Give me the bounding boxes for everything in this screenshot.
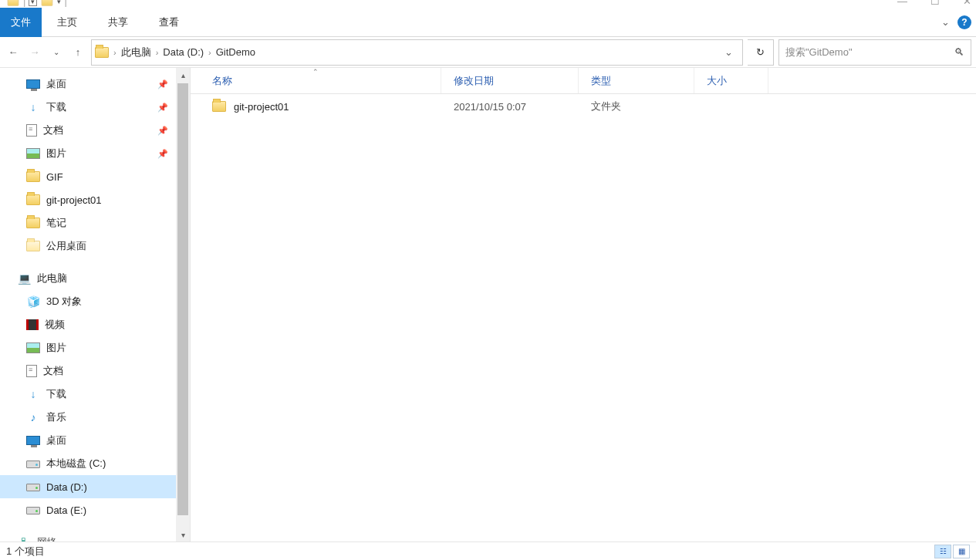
file-date: 2021/10/15 0:07 (441, 101, 579, 113)
search-placeholder: 搜索"GitDemo" (785, 46, 954, 59)
folder-icon (26, 194, 40, 205)
document-icon (26, 124, 37, 137)
ribbon-bar: 文件 主页 共享 查看 ⌄ ? (0, 8, 976, 37)
folder-icon (26, 171, 40, 182)
status-bar: 1 个项目 ☷ ▦ (0, 541, 976, 560)
minimize-button[interactable]: — (897, 0, 907, 7)
back-button[interactable]: ← (5, 44, 22, 61)
details-view-button[interactable]: ☷ (934, 545, 951, 558)
ribbon-tab-share[interactable]: 共享 (93, 9, 144, 35)
window-title: GitDemo (99, 0, 138, 2)
column-size[interactable]: 大小 (694, 68, 768, 93)
scroll-down-icon[interactable]: ▾ (176, 528, 190, 541)
help-icon[interactable]: ? (957, 15, 971, 29)
sidebar-item-label: 桌面 (46, 433, 66, 447)
refresh-button[interactable]: ↻ (748, 39, 774, 66)
column-date[interactable]: 修改日期 (441, 68, 579, 93)
sidebar-item[interactable]: Data (D:) (0, 475, 176, 498)
forward-button[interactable]: → (26, 44, 43, 61)
pin-icon: 📌 (157, 126, 168, 136)
ribbon-tab-view[interactable]: 查看 (144, 9, 194, 35)
sort-ascending-icon: ⌃ (312, 68, 319, 76)
sidebar-network[interactable]: 🖧网络 (0, 531, 176, 541)
icons-view-button[interactable]: ▦ (953, 545, 970, 558)
sidebar-item[interactable]: 桌面📌 (0, 73, 176, 96)
sidebar-item-label: git-project01 (46, 194, 102, 206)
close-button[interactable]: ✕ (963, 0, 971, 7)
ribbon-tab-home[interactable]: 主页 (42, 9, 93, 35)
sidebar-item[interactable]: ♪音乐 (0, 406, 176, 429)
sidebar: 桌面📌↓下载📌文档📌图片📌GIFgit-project01笔记公用桌面💻此电脑🧊… (0, 68, 191, 541)
chevron-right-icon[interactable]: › (207, 48, 213, 57)
separator-icon: | (23, 0, 25, 7)
sidebar-item[interactable]: GIF (0, 165, 176, 188)
column-name[interactable]: 名称 ⌃ (191, 68, 441, 93)
scroll-up-icon[interactable]: ▴ (176, 68, 190, 82)
drive-icon (26, 460, 40, 468)
navigation-bar: ← → ⌄ ↑ › 此电脑 › Data (D:) › GitDemo ⌄ ↻ … (0, 37, 976, 68)
quick-access-toolbar: | ▾ ▾ | GitDemo (6, 0, 67, 7)
recent-dropdown-icon[interactable]: ⌄ (48, 44, 65, 61)
pin-icon: 📌 (157, 149, 168, 159)
sidebar-item-label: Data (D:) (46, 481, 87, 493)
ribbon-collapse-icon[interactable]: ⌄ (941, 16, 950, 28)
address-bar[interactable]: › 此电脑 › Data (D:) › GitDemo ⌄ (91, 39, 743, 66)
sidebar-item[interactable]: 图片📌 (0, 142, 176, 165)
sidebar-item-label: Data (E:) (46, 504, 86, 516)
sidebar-item[interactable]: 公用桌面 (0, 234, 176, 258)
sidebar-item-label: GIF (46, 171, 63, 183)
sidebar-item-label: 网络 (37, 535, 57, 541)
column-type[interactable]: 类型 (579, 68, 694, 93)
file-row[interactable]: git-project012021/10/15 0:07文件夹 (191, 94, 976, 119)
sidebar-item[interactable]: Data (E:) (0, 498, 176, 521)
maximize-button[interactable]: ☐ (930, 0, 940, 7)
chevron-right-icon[interactable]: › (112, 48, 118, 57)
titlebar: | ▾ ▾ | GitDemo — ☐ ✕ (0, 0, 976, 8)
folder-icon (212, 101, 226, 112)
network-icon: 🖧 (17, 536, 31, 541)
drive-icon (26, 507, 40, 514)
sidebar-item-label: 文档 (43, 123, 63, 137)
sidebar-item[interactable]: 图片 (0, 336, 176, 359)
scroll-thumb[interactable] (177, 83, 188, 515)
breadcrumb-thispc[interactable]: 此电脑 (118, 46, 154, 59)
sidebar-item[interactable]: git-project01 (0, 188, 176, 211)
sidebar-item-label: 本地磁盘 (C:) (46, 457, 106, 471)
chevron-right-icon[interactable]: › (154, 48, 160, 57)
sidebar-item-label: 图片 (46, 341, 66, 355)
column-name-label: 名称 (212, 74, 232, 88)
dropdown-icon[interactable]: ▾ (29, 0, 37, 6)
breadcrumb-drive[interactable]: Data (D:) (160, 46, 207, 58)
address-dropdown-icon[interactable]: ⌄ (718, 46, 739, 58)
sidebar-item-label: 公用桌面 (46, 239, 86, 253)
pin-icon: 📌 (157, 103, 168, 113)
sidebar-thispc[interactable]: 💻此电脑 (0, 267, 176, 290)
overflow-icon[interactable]: ▾ (57, 0, 61, 5)
sidebar-item[interactable]: 本地磁盘 (C:) (0, 452, 176, 475)
folder-icon (42, 0, 52, 5)
up-button[interactable]: ↑ (69, 44, 86, 61)
sidebar-item[interactable]: ↓下载 (0, 383, 176, 406)
folder-icon (95, 46, 109, 59)
sidebar-item[interactable]: ↓下载📌 (0, 96, 176, 119)
search-icon[interactable]: 🔍︎ (954, 46, 964, 58)
column-headers: 名称 ⌃ 修改日期 类型 大小 (191, 68, 976, 94)
sidebar-item[interactable]: 笔记 (0, 211, 176, 234)
ribbon-file-tab[interactable]: 文件 (0, 8, 42, 37)
sidebar-item-label: 视频 (45, 318, 65, 332)
download-icon: ↓ (26, 101, 40, 113)
sidebar-item[interactable]: 文档📌 (0, 119, 176, 142)
sidebar-scrollbar[interactable]: ▴ ▾ (176, 68, 190, 541)
sidebar-item[interactable]: 桌面 (0, 429, 176, 452)
window-controls: — ☐ ✕ (897, 0, 971, 7)
sidebar-item-label: 3D 对象 (46, 295, 82, 309)
status-text: 1 个项目 (6, 545, 45, 558)
folder-icon (8, 0, 19, 5)
picture-icon (26, 342, 40, 353)
sidebar-item[interactable]: 🧊3D 对象 (0, 290, 176, 313)
search-input[interactable]: 搜索"GitDemo" 🔍︎ (778, 39, 971, 66)
sidebar-item[interactable]: 文档 (0, 359, 176, 383)
sidebar-item[interactable]: 视频 (0, 313, 176, 336)
breadcrumb-folder[interactable]: GitDemo (213, 46, 258, 58)
picture-icon (26, 148, 40, 159)
